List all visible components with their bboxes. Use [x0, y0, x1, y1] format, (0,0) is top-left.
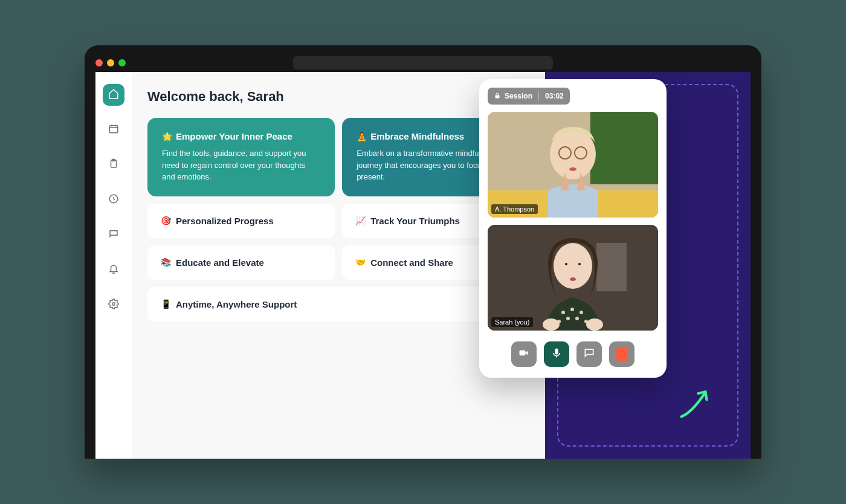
end-call-icon — [616, 347, 627, 361]
session-label: Session — [505, 92, 532, 100]
call-controls — [488, 341, 658, 367]
camera-icon — [518, 347, 530, 361]
chat-toggle-button[interactable] — [576, 341, 602, 367]
svg-rect-29 — [555, 349, 558, 355]
svg-point-27 — [586, 318, 603, 331]
chat-bubble-icon — [583, 347, 595, 361]
bell-icon — [108, 263, 119, 277]
lock-icon — [494, 92, 501, 101]
page-title: Welcome back, Sarah — [147, 89, 529, 105]
sidebar-item-settings[interactable] — [103, 294, 124, 316]
session-timer: 03:02 — [545, 92, 564, 100]
hero-card-inner-peace[interactable]: 🌟 Empower Your Inner Peace Find the tool… — [147, 118, 335, 196]
svg-rect-0 — [109, 126, 118, 133]
chat-icon — [108, 228, 119, 242]
svg-point-18 — [578, 263, 581, 265]
microphone-toggle-button[interactable] — [544, 341, 569, 367]
svg-point-12 — [569, 167, 576, 171]
sidebar-item-home[interactable] — [103, 84, 124, 106]
sidebar-item-messages[interactable] — [103, 224, 124, 246]
clipboard-icon — [108, 158, 119, 172]
participant-name: A. Thompson — [491, 204, 538, 214]
svg-point-24 — [575, 317, 579, 320]
feature-card-progress[interactable]: 🎯 Personalized Progress — [147, 204, 335, 238]
svg-point-4 — [112, 303, 115, 306]
feature-card-title: Personalized Progress — [176, 216, 274, 226]
svg-point-23 — [566, 317, 570, 320]
sidebar-item-clipboard[interactable] — [103, 154, 124, 176]
close-window-button[interactable] — [95, 59, 103, 66]
video-tile-self[interactable]: Sarah (you) — [488, 225, 658, 331]
feature-card-title: Connect and Share — [370, 257, 453, 268]
window-titlebar — [95, 54, 751, 72]
feature-card-title: Track Your Triumphs — [370, 216, 460, 226]
minimize-window-button[interactable] — [107, 59, 114, 66]
sparkle-icon: 🌟 — [162, 132, 172, 141]
session-badge: Session 03:02 — [488, 88, 570, 105]
video-tile-remote[interactable]: A. Thompson — [488, 112, 658, 218]
books-icon: 📚 — [161, 257, 171, 267]
svg-rect-5 — [496, 95, 500, 98]
svg-point-15 — [554, 243, 592, 289]
feature-card-support[interactable]: 📱 Anytime, Anywhere Support — [147, 287, 529, 321]
handshake-icon: 🤝 — [355, 257, 366, 267]
gear-icon — [108, 299, 119, 312]
svg-point-21 — [580, 311, 583, 314]
sidebar-item-activity[interactable] — [103, 189, 124, 211]
home-icon — [108, 88, 119, 102]
svg-rect-7 — [590, 112, 658, 184]
hero-card-body: Find the tools, guidance, and support yo… — [162, 147, 320, 183]
sidebar-item-calendar[interactable] — [103, 119, 124, 141]
svg-rect-28 — [520, 351, 526, 355]
clock-icon — [108, 193, 119, 207]
target-icon: 🎯 — [161, 216, 171, 225]
chart-icon: 📈 — [355, 216, 366, 225]
svg-point-26 — [543, 318, 560, 331]
microphone-icon — [551, 347, 563, 361]
meditation-icon: 🧘 — [357, 132, 367, 141]
svg-rect-14 — [596, 243, 627, 291]
svg-point-16 — [570, 277, 576, 281]
svg-point-20 — [570, 308, 574, 311]
feature-card-title: Anytime, Anywhere Support — [176, 299, 297, 309]
url-bar[interactable] — [293, 56, 553, 69]
feature-card-title: Educate and Elevate — [176, 257, 264, 268]
maximize-window-button[interactable] — [118, 59, 126, 66]
svg-point-17 — [565, 263, 567, 265]
feature-card-educate[interactable]: 📚 Educate and Elevate — [147, 245, 335, 280]
end-call-button[interactable] — [609, 341, 634, 367]
sidebar — [95, 72, 132, 459]
camera-toggle-button[interactable] — [511, 341, 537, 367]
video-call-panel: Session 03:02 — [479, 79, 667, 378]
phone-icon: 📱 — [161, 299, 171, 309]
participant-name: Sarah (you) — [491, 317, 533, 327]
arrow-icon — [675, 381, 717, 425]
hero-card-title: Embrace Mindfulness — [370, 131, 464, 141]
calendar-icon — [108, 123, 119, 137]
svg-point-19 — [561, 311, 565, 314]
sidebar-item-notifications[interactable] — [103, 259, 124, 281]
hero-card-title: Empower Your Inner Peace — [176, 131, 292, 141]
